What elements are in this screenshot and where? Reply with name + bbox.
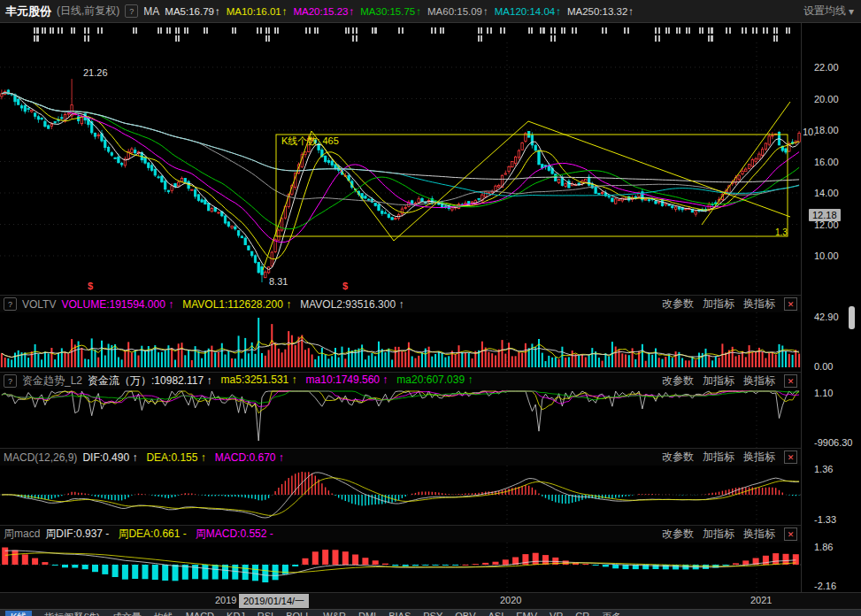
add-indicator-button[interactable]: 加指标 xyxy=(703,450,734,465)
main-candlestick-chart[interactable]: K线个数: 46521.268.31$$1.3 xyxy=(0,23,801,295)
event-marker-icon[interactable] xyxy=(478,35,484,42)
event-marker-icon[interactable] xyxy=(257,27,263,34)
add-indicator-button[interactable]: 加指标 xyxy=(703,296,734,312)
event-marker-icon[interactable] xyxy=(500,27,506,34)
event-marker-icon[interactable] xyxy=(655,35,661,42)
bottom-tab-更多[interactable]: 更多 xyxy=(602,611,621,616)
event-marker-icon[interactable] xyxy=(58,27,64,34)
bottom-tab-OBV[interactable]: OBV xyxy=(455,611,475,616)
event-marker-icon[interactable] xyxy=(133,27,139,34)
indicator-name-voltv[interactable]: VOLTV xyxy=(22,298,56,311)
event-marker-icon[interactable] xyxy=(175,35,181,42)
volume-chart[interactable] xyxy=(0,312,801,372)
event-marker-icon[interactable] xyxy=(478,27,484,34)
event-marker-icon[interactable] xyxy=(786,27,792,34)
event-marker-icon[interactable] xyxy=(345,27,351,34)
event-marker-icon[interactable] xyxy=(550,35,557,42)
event-marker-icon[interactable] xyxy=(50,27,56,34)
event-marker-icon[interactable] xyxy=(763,27,769,34)
event-marker-icon[interactable] xyxy=(665,27,672,34)
bottom-tab-指标阐释(准)[interactable]: 指标阐释(准) xyxy=(44,611,99,616)
event-marker-icon[interactable] xyxy=(655,27,661,34)
event-marker-icon[interactable] xyxy=(97,27,104,34)
help-icon[interactable]: ? xyxy=(4,374,17,388)
event-marker-icon[interactable] xyxy=(773,35,780,42)
event-marker-icon[interactable] xyxy=(42,27,48,34)
event-marker-icon[interactable] xyxy=(166,27,173,34)
close-icon[interactable]: ✕ xyxy=(784,527,797,541)
change-params-button[interactable]: 改参数 xyxy=(662,527,694,542)
event-marker-icon[interactable] xyxy=(352,27,358,34)
bottom-tab-均线[interactable]: 均线 xyxy=(154,611,173,616)
event-marker-icon[interactable] xyxy=(34,27,40,34)
bottom-tab-MACD[interactable]: MACD xyxy=(186,611,214,616)
switch-indicator-button[interactable]: 换指标 xyxy=(743,373,775,389)
event-marker-icon[interactable] xyxy=(440,27,446,34)
event-marker-icon[interactable] xyxy=(676,27,682,34)
bottom-tab-BIAS[interactable]: BIAS xyxy=(388,611,411,616)
bottom-tab-W&R[interactable]: W&R xyxy=(323,611,346,616)
event-marker-icon[interactable] xyxy=(726,27,732,34)
event-marker-icon[interactable] xyxy=(742,27,748,34)
event-marker-icon[interactable] xyxy=(84,27,90,34)
event-marker-icon[interactable] xyxy=(550,27,557,34)
bottom-tab-BOLL[interactable]: BOLL xyxy=(286,611,311,616)
event-marker-icon[interactable] xyxy=(528,27,534,34)
switch-indicator-button[interactable]: 换指标 xyxy=(743,450,775,465)
bottom-tab-KDJ[interactable]: KDJ xyxy=(227,611,245,616)
event-marker-icon[interactable] xyxy=(352,35,358,42)
bottom-tab-K线[interactable]: K线 xyxy=(5,611,32,616)
macd-chart[interactable] xyxy=(0,466,801,525)
event-marker-icon[interactable] xyxy=(305,27,311,34)
close-icon[interactable]: ✕ xyxy=(784,374,797,388)
bottom-tab-ASI[interactable]: ASI xyxy=(488,611,504,616)
indicator-name-macd[interactable]: MACD(12,26,9) xyxy=(4,451,77,464)
event-marker-icon[interactable] xyxy=(699,27,705,34)
event-marker-icon[interactable] xyxy=(265,35,272,42)
change-params-button[interactable]: 改参数 xyxy=(662,450,694,465)
event-marker-icon[interactable] xyxy=(232,27,238,34)
event-marker-icon[interactable] xyxy=(265,27,272,34)
event-marker-icon[interactable] xyxy=(71,27,77,34)
bottom-tab-PSY[interactable]: PSY xyxy=(423,611,442,616)
panel-resize-handle[interactable] xyxy=(849,306,855,329)
event-marker-icon[interactable] xyxy=(752,27,758,34)
event-marker-icon[interactable] xyxy=(572,27,578,34)
indicator-name-weekly-macd[interactable]: 周macd xyxy=(4,527,40,542)
event-marker-icon[interactable] xyxy=(487,27,493,34)
help-icon[interactable]: ? xyxy=(125,4,138,18)
bottom-tab-EMV[interactable]: EMV xyxy=(516,611,537,616)
event-marker-icon[interactable] xyxy=(274,27,281,34)
change-params-button[interactable]: 改参数 xyxy=(662,373,694,389)
event-marker-icon[interactable] xyxy=(204,27,210,34)
bottom-tab-VR[interactable]: VR xyxy=(550,611,563,616)
event-marker-icon[interactable] xyxy=(84,35,90,42)
event-marker-icon[interactable] xyxy=(372,27,378,34)
switch-indicator-button[interactable]: 换指标 xyxy=(743,527,775,542)
bottom-tab-成交量[interactable]: 成交量 xyxy=(112,611,142,616)
help-icon[interactable]: ? xyxy=(4,297,17,311)
event-marker-icon[interactable] xyxy=(431,27,437,34)
ma-settings-button[interactable]: 设置均线 xyxy=(803,4,846,19)
event-marker-icon[interactable] xyxy=(184,27,190,34)
bottom-tab-DMI[interactable]: DMI xyxy=(358,611,376,616)
weekly-macd-chart[interactable] xyxy=(0,543,801,592)
event-marker-icon[interactable] xyxy=(686,27,692,34)
close-icon[interactable]: ✕ xyxy=(784,297,797,311)
bottom-tab-CR[interactable]: CR xyxy=(575,611,589,616)
indicator-name-fundflow[interactable]: 资金趋势_L2 xyxy=(22,373,82,389)
event-marker-icon[interactable] xyxy=(624,27,630,34)
event-marker-icon[interactable] xyxy=(158,27,164,34)
change-params-button[interactable]: 改参数 xyxy=(662,296,694,312)
event-marker-icon[interactable] xyxy=(602,27,608,34)
event-marker-icon[interactable] xyxy=(34,35,40,42)
add-indicator-button[interactable]: 加指标 xyxy=(703,527,734,542)
event-marker-icon[interactable] xyxy=(708,35,714,42)
bottom-tab-RSI[interactable]: RSI xyxy=(258,611,273,616)
event-marker-icon[interactable] xyxy=(175,27,181,34)
event-marker-icon[interactable] xyxy=(773,27,780,34)
add-indicator-button[interactable]: 加指标 xyxy=(703,373,734,389)
switch-indicator-button[interactable]: 换指标 xyxy=(743,296,775,312)
event-marker-icon[interactable] xyxy=(398,27,404,34)
event-marker-icon[interactable] xyxy=(540,27,546,34)
